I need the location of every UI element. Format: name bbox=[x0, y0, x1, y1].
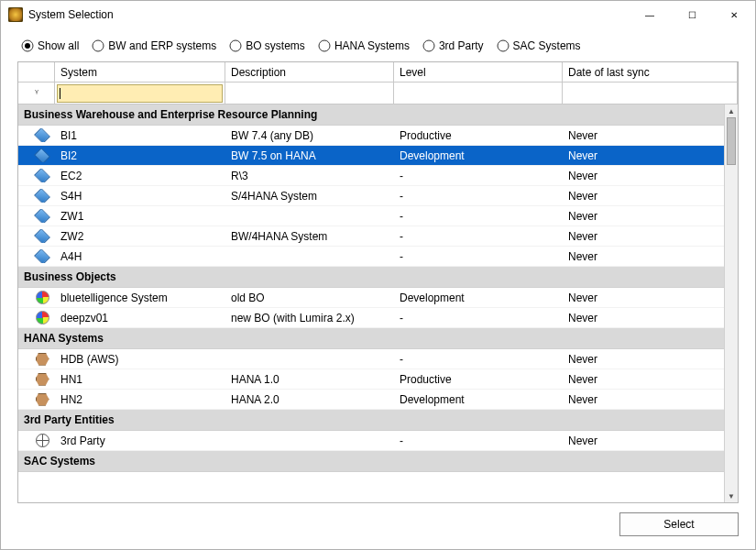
row-icon-cell bbox=[18, 434, 55, 447]
row-last-sync: Never bbox=[563, 312, 725, 324]
vertical-scrollbar[interactable]: ▲ ▼ bbox=[724, 104, 738, 502]
row-icon-cell bbox=[18, 291, 55, 304]
cube-icon bbox=[36, 209, 49, 223]
svg-point-1 bbox=[25, 43, 30, 49]
table-row[interactable]: BI1BW 7.4 (any DB)ProductiveNever bbox=[18, 126, 725, 146]
close-button[interactable]: ✕ bbox=[713, 1, 755, 28]
group-header[interactable]: 3rd Party Entities bbox=[18, 410, 725, 431]
row-icon-cell bbox=[18, 128, 55, 142]
filter-radio-all[interactable]: Show all bbox=[21, 39, 79, 52]
table-row[interactable]: bluetelligence Systemold BODevelopmentNe… bbox=[18, 288, 725, 308]
row-level: - bbox=[394, 230, 563, 243]
scroll-up-icon[interactable]: ▲ bbox=[725, 104, 738, 117]
table-row[interactable]: HN2HANA 2.0DevelopmentNever bbox=[18, 390, 725, 410]
minimize-icon: — bbox=[645, 10, 654, 20]
group-header[interactable]: HANA Systems bbox=[18, 328, 725, 349]
filter-description-cell[interactable] bbox=[225, 82, 394, 104]
group-header[interactable]: Business Objects bbox=[18, 267, 725, 288]
filter-radio-label: BO systems bbox=[246, 39, 305, 52]
dialog-content: Show allBW and ERP systemsBO systemsHANA… bbox=[1, 28, 755, 549]
radio-icon bbox=[422, 39, 435, 52]
svg-point-4 bbox=[319, 40, 330, 51]
row-icon-cell bbox=[18, 311, 55, 324]
select-button[interactable]: Select bbox=[619, 512, 739, 536]
filter-radios: Show allBW and ERP systemsBO systemsHANA… bbox=[17, 39, 739, 52]
scroll-thumb[interactable] bbox=[727, 117, 736, 165]
filter-radio-bw[interactable]: BW and ERP systems bbox=[92, 39, 216, 52]
radio-icon bbox=[497, 39, 509, 52]
row-last-sync: Never bbox=[563, 250, 725, 263]
row-icon-cell bbox=[18, 148, 55, 162]
header-level[interactable]: Level bbox=[394, 62, 563, 82]
row-last-sync: Never bbox=[563, 230, 725, 243]
row-last-sync: Never bbox=[563, 190, 725, 203]
row-icon-cell bbox=[18, 209, 55, 223]
row-level: Development bbox=[394, 149, 563, 162]
row-description: BW/4HANA System bbox=[225, 230, 394, 243]
grid-filter-row: ᵞ bbox=[18, 82, 738, 104]
filter-row-indicator: ᵞ bbox=[18, 82, 55, 104]
table-row[interactable]: 3rd Party-Never bbox=[18, 431, 725, 451]
row-icon-cell bbox=[18, 392, 55, 406]
header-last-sync[interactable]: Date of last sync bbox=[563, 62, 738, 82]
filter-glyph-icon: ᵞ bbox=[35, 87, 38, 99]
maximize-button[interactable]: ☐ bbox=[671, 1, 713, 28]
svg-point-5 bbox=[423, 40, 434, 51]
row-level: - bbox=[394, 190, 563, 203]
filter-system-cell[interactable] bbox=[55, 82, 225, 104]
cube-icon bbox=[36, 128, 49, 142]
row-description: BW 7.5 on HANA bbox=[225, 149, 394, 162]
row-icon-cell bbox=[18, 249, 55, 263]
row-icon-cell bbox=[18, 229, 55, 243]
row-icon-cell bbox=[18, 372, 55, 386]
svg-point-6 bbox=[498, 40, 509, 51]
svg-point-3 bbox=[230, 40, 241, 51]
row-last-sync: Never bbox=[563, 353, 725, 366]
group-header[interactable]: SAC Systems bbox=[18, 451, 725, 472]
row-icon-cell bbox=[18, 352, 55, 366]
table-row[interactable]: HDB (AWS)-Never bbox=[18, 349, 725, 369]
filter-radio-hana[interactable]: HANA Systems bbox=[318, 39, 410, 52]
filter-radio-label: BW and ERP systems bbox=[108, 39, 216, 52]
row-description: HANA 1.0 bbox=[225, 373, 394, 386]
maximize-icon: ☐ bbox=[688, 10, 696, 20]
filter-radio-sac[interactable]: SAC Systems bbox=[497, 39, 581, 52]
row-description: old BO bbox=[225, 292, 394, 304]
row-system: S4H bbox=[55, 190, 225, 203]
dialog-window: System Selection — ☐ ✕ Show allBW and ER… bbox=[0, 0, 756, 550]
table-row[interactable]: HN1HANA 1.0ProductiveNever bbox=[18, 369, 725, 390]
row-last-sync: Never bbox=[563, 170, 725, 182]
filter-radio-label: SAC Systems bbox=[513, 39, 581, 52]
row-level: Productive bbox=[394, 129, 563, 142]
row-level: - bbox=[394, 353, 563, 366]
table-row[interactable]: S4HS/4HANA System-Never bbox=[18, 186, 725, 206]
table-row[interactable]: A4H-Never bbox=[18, 247, 725, 267]
table-row[interactable]: ZW1-Never bbox=[18, 206, 725, 226]
window-controls: — ☐ ✕ bbox=[629, 1, 755, 28]
table-row[interactable]: deepzv01new BO (with Lumira 2.x)-Never bbox=[18, 308, 725, 328]
scroll-down-icon[interactable]: ▼ bbox=[725, 490, 738, 502]
filter-level-cell[interactable] bbox=[394, 82, 563, 104]
minimize-button[interactable]: — bbox=[629, 1, 671, 28]
row-description: R\3 bbox=[225, 170, 394, 182]
filter-radio-bo[interactable]: BO systems bbox=[229, 39, 305, 52]
row-last-sync: Never bbox=[563, 373, 725, 386]
header-icon-col[interactable] bbox=[18, 62, 55, 82]
row-system: HN2 bbox=[55, 393, 225, 406]
row-system: deepzv01 bbox=[55, 312, 225, 324]
table-row[interactable]: EC2R\3-Never bbox=[18, 166, 725, 186]
group-header[interactable]: Business Warehouse and Enterprise Resour… bbox=[18, 104, 725, 126]
row-icon-cell bbox=[18, 169, 55, 182]
table-row[interactable]: ZW2BW/4HANA System-Never bbox=[18, 226, 725, 247]
filter-radio-3rd[interactable]: 3rd Party bbox=[422, 39, 484, 52]
systems-grid: System Description Level Date of last sy… bbox=[17, 61, 739, 503]
table-row[interactable]: BI2BW 7.5 on HANADevelopmentNever bbox=[18, 146, 725, 166]
svg-point-2 bbox=[93, 40, 104, 51]
filter-last-sync-cell[interactable] bbox=[563, 82, 738, 104]
header-system[interactable]: System bbox=[55, 62, 225, 82]
grid-header-row: System Description Level Date of last sy… bbox=[18, 62, 738, 82]
row-system: BI2 bbox=[55, 149, 225, 162]
filter-system-input[interactable] bbox=[57, 84, 223, 103]
row-last-sync: Never bbox=[563, 210, 725, 223]
header-description[interactable]: Description bbox=[225, 62, 394, 82]
